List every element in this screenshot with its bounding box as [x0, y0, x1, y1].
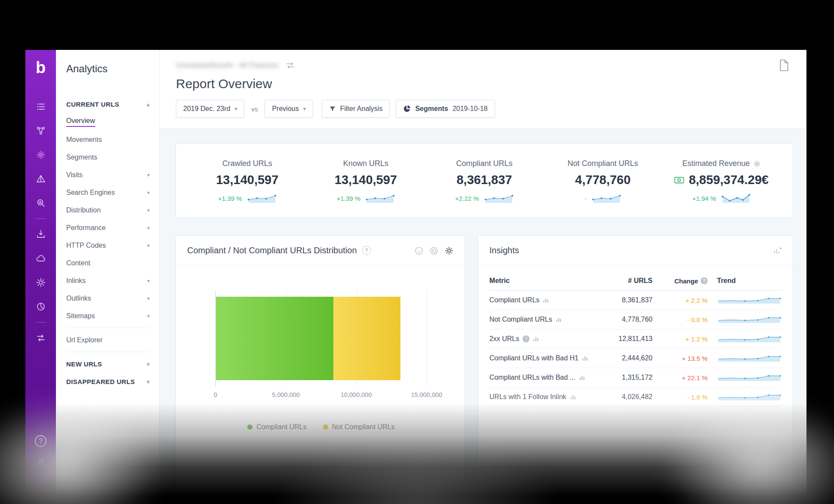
chevron-icon: ▾: [147, 207, 150, 213]
nav-item[interactable]: HTTP Codes ▾: [66, 237, 159, 254]
nav-item[interactable]: CURRENT URLS ▴: [66, 95, 159, 113]
metric-chart-icon[interactable]: [579, 375, 585, 381]
bar-segment-compliant[interactable]: [216, 297, 333, 380]
botify-logo[interactable]: b: [36, 59, 46, 76]
nav-item[interactable]: Url Explorer: [66, 331, 159, 349]
metric-change: - 1.8 %: [652, 393, 708, 401]
legend-item[interactable]: Not Compliant URLs: [323, 423, 395, 431]
settings-icon[interactable]: [35, 277, 46, 288]
nav-item[interactable]: Inlinks ▾: [66, 272, 159, 289]
screenshot-stage: b: [0, 0, 834, 504]
crawler-icon[interactable]: [35, 149, 46, 160]
metric-chart-icon[interactable]: [543, 297, 549, 303]
rail-bottom: ?: [35, 435, 46, 474]
nav-item[interactable]: Performance ▾: [66, 219, 159, 237]
filter-analysis-button[interactable]: Filter Analysis: [322, 100, 390, 118]
metric-change: + 1.2 %: [652, 335, 708, 343]
info-icon[interactable]: [415, 246, 423, 255]
segments-button[interactable]: Segments 2019-10-18: [396, 100, 495, 118]
filter-row: 2019 Dec. 23rd ▾ vs Previous ▾ Filter An…: [176, 100, 790, 118]
nav-item[interactable]: Movements: [66, 131, 159, 148]
insights-row[interactable]: URLs with 1 Follow Inlink 4,026,482 - 1.…: [489, 387, 782, 407]
nav-item[interactable]: NEW URLS ▾: [66, 355, 159, 373]
nav-item[interactable]: Search Engines ▾: [66, 184, 159, 201]
metric-name: Compliant URLs with Bad ...: [489, 374, 575, 381]
insights-row[interactable]: Not Compliant URLs 4,778,760 - 0.0 %: [489, 310, 782, 329]
nav-item-label: Overview: [66, 117, 95, 127]
help-icon[interactable]: ?: [362, 246, 371, 255]
nav-item-label: Distribution: [66, 206, 101, 214]
nav-item-label: Content: [66, 259, 90, 267]
gear-icon[interactable]: [754, 160, 760, 167]
export-icon[interactable]: [35, 229, 46, 240]
caret-down-icon: ▾: [234, 106, 237, 112]
stat-sparkline: [247, 193, 277, 204]
main-content: UnmarkedSmurfs - All Features Report Ove…: [160, 50, 806, 504]
nav-item[interactable]: DISAPPEARED URLS ▾: [66, 373, 159, 390]
nav-item[interactable]: Distribution ▾: [66, 201, 159, 219]
pie-icon: [403, 105, 411, 113]
insights-row[interactable]: Compliant URLs with Bad ... 1,315,172 + …: [489, 368, 782, 387]
chevron-icon: ▾: [147, 172, 150, 178]
trend-sparkline: [717, 335, 782, 343]
metric-name: Compliant URLs with Bad H1: [489, 354, 579, 362]
stat-label: Compliant URLs: [456, 159, 512, 168]
nav-item[interactable]: Outlinks ▾: [66, 289, 159, 307]
stat-value: 4,778,760: [575, 173, 631, 187]
connectors-icon[interactable]: [35, 332, 46, 344]
help-icon[interactable]: ?: [701, 277, 708, 284]
settings-icon[interactable]: [445, 246, 453, 255]
pdf-export-icon[interactable]: [779, 59, 789, 73]
insights-row[interactable]: Compliant URLs 8,361,837 + 2.2 %: [489, 291, 782, 310]
stat-block: Compliant URLs 8,361,837 +2.22 %: [425, 159, 544, 204]
logs-icon[interactable]: [35, 173, 46, 184]
metric-chart-icon[interactable]: [582, 355, 588, 361]
help-icon[interactable]: ?: [35, 435, 46, 447]
stat-change: +1.94 %: [692, 195, 716, 202]
rail-divider: [35, 322, 46, 323]
segments-icon[interactable]: [35, 301, 46, 312]
nav-item[interactable]: Visits ▾: [66, 166, 159, 184]
chevron-icon: ▾: [147, 243, 150, 249]
image-export-icon[interactable]: [430, 246, 438, 255]
insights-table-header: Metric # URLS Change ? Trend: [489, 270, 782, 291]
legend-item[interactable]: Compliant URLs: [247, 423, 306, 431]
stat-block: Not Compliant URLs 4,778,760 -: [544, 159, 662, 204]
bar-segment-not-compliant[interactable]: [333, 297, 400, 380]
date-select-button[interactable]: 2019 Dec. 23rd ▾: [176, 100, 244, 118]
stat-change: -: [585, 195, 587, 202]
panel-title: Compliant / Not Compliant URLs Distribut…: [187, 246, 357, 255]
insights-row[interactable]: 2xx URLs ? 12,811,413 + 1.2 %: [489, 329, 782, 349]
nav-item-label: Performance: [66, 224, 106, 232]
metric-chart-icon[interactable]: [533, 336, 539, 342]
reports-icon[interactable]: [35, 125, 46, 136]
compare-icon[interactable]: [286, 61, 295, 70]
nav-list: CURRENT URLS ▴ Overview Movements: [66, 95, 159, 390]
project-name-blurred: UnmarkedSmurfs - All Features: [176, 61, 278, 70]
nav-item[interactable]: Sitemaps ▾: [66, 307, 159, 325]
nav-item[interactable]: Content: [66, 254, 159, 272]
chart-options-icon[interactable]: [773, 246, 782, 255]
search-analytics-icon[interactable]: [35, 197, 46, 209]
nav-item[interactable]: Overview: [66, 113, 159, 131]
chevron-icon: ▾: [147, 361, 150, 367]
stats-card: Crawled URLs 13,140,597 +1.39 %: [175, 143, 793, 218]
metric-url-count: 4,778,760: [588, 316, 652, 323]
cloud-icon[interactable]: [35, 253, 46, 264]
insights-row[interactable]: Compliant URLs with Bad H1 2,444,620 + 1…: [489, 349, 782, 368]
funnel-icon: [329, 105, 336, 112]
metric-chart-icon[interactable]: [570, 394, 576, 400]
help-icon[interactable]: ?: [523, 335, 529, 342]
insights-rows: Compliant URLs 8,361,837 + 2.2 %: [489, 291, 782, 407]
stat-sparkline: [484, 193, 514, 204]
sidebar-title: Analytics: [66, 63, 159, 75]
stat-change: +1.39 %: [337, 195, 360, 202]
list-icon[interactable]: [35, 101, 46, 112]
nav-item-label: Visits: [66, 171, 83, 179]
metric-chart-icon[interactable]: [556, 317, 562, 323]
legend-label: Compliant URLs: [256, 423, 306, 431]
tick-label: 0: [214, 391, 217, 398]
nav-item[interactable]: Segments: [66, 148, 159, 166]
user-icon[interactable]: [35, 456, 46, 467]
compare-select-button[interactable]: Previous ▾: [265, 100, 313, 118]
